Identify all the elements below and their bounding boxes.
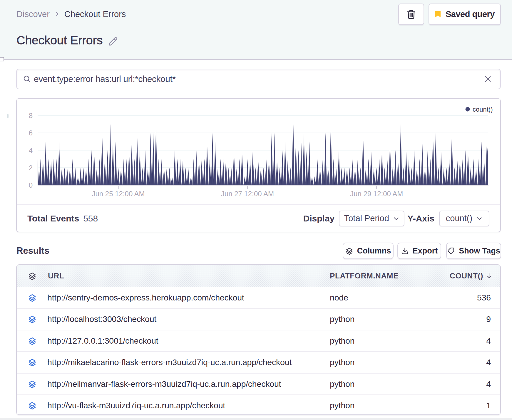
row-platform: python [330, 330, 354, 351]
stack-icon[interactable] [28, 309, 36, 330]
yaxis-dropdown[interactable]: count() [439, 211, 489, 226]
display-dropdown[interactable]: Total Period [339, 211, 404, 226]
export-button[interactable]: Export [397, 243, 441, 259]
stack-icon[interactable] [28, 395, 36, 415]
svg-text:8: 8 [29, 112, 33, 120]
bottom-edge-strip [0, 418, 512, 420]
export-button-label: Export [413, 246, 438, 256]
search-icon [23, 75, 31, 83]
svg-text:6: 6 [29, 129, 33, 137]
show-tags-button[interactable]: Show Tags [446, 243, 501, 259]
row-url[interactable]: http://sentry-demos-express.herokuapp.co… [47, 287, 244, 308]
row-platform: python [330, 309, 354, 330]
svg-text:Jun 29 12:00 AM: Jun 29 12:00 AM [350, 190, 403, 198]
stack-icon[interactable] [28, 352, 36, 373]
row-platform: node [330, 287, 348, 308]
scrollbar-thumb [7, 114, 9, 118]
total-events-label: Total Events [27, 214, 79, 224]
show-tags-button-label: Show Tags [459, 246, 500, 256]
sort-desc-icon [486, 272, 493, 279]
display-label: Display [303, 214, 335, 224]
edit-icon[interactable] [108, 36, 118, 46]
columns-button[interactable]: Columns [343, 243, 394, 259]
row-url[interactable]: http://mikaelacarino-flask-errors-m3uuiz… [47, 352, 292, 373]
saved-query-button[interactable]: Saved query [429, 4, 501, 25]
clear-search-button[interactable] [484, 75, 492, 83]
chevron-down-icon [476, 215, 483, 222]
row-url[interactable]: http://localhost:3003/checkout [47, 309, 156, 330]
page-header: Discover Checkout Errors Checkout Errors [0, 0, 512, 60]
column-header-platform[interactable]: PLATFORM.NAME [330, 265, 399, 287]
search-bar[interactable]: event.type:error has:url url:*checkout* [16, 69, 501, 89]
row-count: 9 [486, 309, 491, 330]
total-events-value: 558 [83, 214, 98, 224]
column-header-url[interactable]: URL [48, 265, 64, 287]
column-header-count[interactable]: COUNT() [450, 265, 493, 287]
svg-text:2: 2 [29, 164, 33, 172]
results-table: URL PLATFORM.NAME COUNT() http://sentry-… [16, 264, 501, 415]
row-platform: python [330, 395, 354, 415]
trash-icon [406, 9, 417, 20]
yaxis-label: Y-Axis [407, 214, 434, 224]
display-dropdown-value: Total Period [344, 214, 389, 223]
svg-text:Jun 27 12:00 AM: Jun 27 12:00 AM [221, 190, 274, 198]
columns-button-label: Columns [357, 246, 391, 256]
stack-icon[interactable] [28, 374, 36, 394]
table-header: URL PLATFORM.NAME COUNT() [17, 265, 500, 287]
svg-text:count(): count() [473, 106, 493, 113]
row-count: 1 [486, 395, 491, 415]
svg-text:4: 4 [29, 147, 33, 154]
search-query[interactable]: event.type:error has:url url:*checkout* [34, 74, 175, 84]
row-count: 4 [486, 374, 491, 394]
row-url[interactable]: http://127.0.0.1:3001/checkout [47, 330, 158, 351]
row-platform: python [330, 374, 354, 394]
row-count: 4 [486, 330, 491, 351]
stack-icon[interactable] [28, 287, 36, 308]
yaxis-dropdown-value: count() [446, 214, 472, 223]
table-row[interactable]: http://127.0.0.1:3001/checkout python 4 [17, 330, 500, 352]
breadcrumb-discover[interactable]: Discover [16, 9, 50, 19]
table-row[interactable]: http://sentry-demos-express.herokuapp.co… [17, 287, 500, 309]
saved-query-label: Saved query [446, 9, 495, 19]
delete-query-button[interactable] [398, 4, 424, 25]
row-url[interactable]: http://vu-flask-m3uuizd7iq-uc.a.run.app/… [47, 395, 225, 415]
table-row[interactable]: http://mikaelacarino-flask-errors-m3uuiz… [17, 352, 500, 373]
results-heading: Results [16, 246, 49, 256]
chart-footer: Total Events 558 Display Total Period Y-… [17, 204, 500, 232]
chart-panel: 02468Jun 25 12:00 AMJun 27 12:00 AMJun 2… [16, 98, 501, 232]
breadcrumb: Discover Checkout Errors [16, 9, 126, 19]
stack-icon[interactable] [28, 330, 36, 351]
scroll-artifact [0, 57, 4, 61]
stack-icon [345, 247, 353, 255]
svg-text:Jun 25 12:00 AM: Jun 25 12:00 AM [92, 190, 145, 198]
svg-text:0: 0 [29, 181, 33, 189]
table-row[interactable]: http://localhost:3003/checkout python 9 [17, 309, 500, 330]
row-count: 4 [486, 352, 491, 373]
stack-icon[interactable] [28, 265, 36, 287]
events-area-chart[interactable]: 02468Jun 25 12:00 AMJun 27 12:00 AMJun 2… [17, 99, 500, 204]
page-title: Checkout Errors [16, 33, 103, 47]
chevron-right-icon [54, 11, 60, 17]
row-url[interactable]: http://neilmanvar-flask-errors-m3uuizd7i… [47, 374, 281, 394]
breadcrumb-current: Checkout Errors [64, 9, 126, 19]
download-icon [401, 247, 409, 255]
row-count: 536 [477, 287, 491, 308]
bookmark-icon [435, 11, 441, 18]
table-row[interactable]: http://vu-flask-m3uuizd7iq-uc.a.run.app/… [17, 395, 500, 415]
row-platform: python [330, 352, 354, 373]
tag-icon [447, 247, 455, 255]
table-row[interactable]: http://neilmanvar-flask-errors-m3uuizd7i… [17, 374, 500, 395]
chevron-down-icon [393, 215, 399, 222]
